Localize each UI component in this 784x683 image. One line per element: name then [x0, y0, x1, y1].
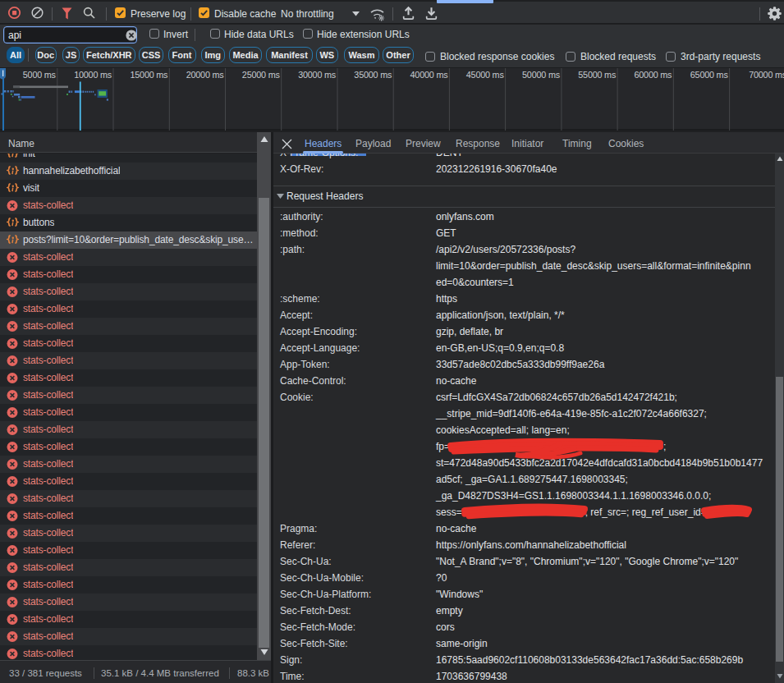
svg-text:70000 ms: 70000 ms: [749, 70, 784, 80]
svg-text:40000 ms: 40000 ms: [410, 70, 449, 80]
svg-text:20000 ms: 20000 ms: [186, 70, 225, 80]
svg-text:45000 ms: 45000 ms: [466, 70, 505, 80]
svg-text:30000 ms: 30000 ms: [298, 70, 337, 80]
svg-text:15000 ms: 15000 ms: [130, 70, 168, 80]
svg-text:55000 ms: 55000 ms: [578, 70, 617, 80]
svg-text:10000 ms: 10000 ms: [74, 70, 112, 80]
svg-text:35000 ms: 35000 ms: [354, 70, 392, 80]
svg-text:50000 ms: 50000 ms: [522, 70, 561, 80]
svg-text:65000 ms: 65000 ms: [690, 70, 729, 80]
svg-text:5000 ms: 5000 ms: [23, 70, 57, 80]
svg-text:60000 ms: 60000 ms: [634, 70, 672, 80]
svg-text:25000 ms: 25000 ms: [242, 70, 281, 80]
